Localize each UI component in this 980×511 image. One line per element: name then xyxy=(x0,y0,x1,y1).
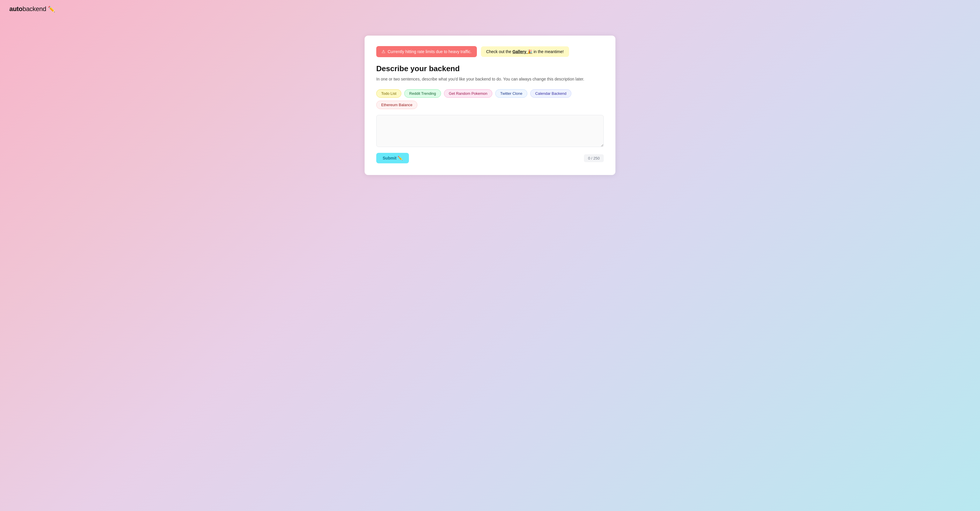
banner-row: ⚠ Currently hitting rate limits due to h… xyxy=(376,46,604,57)
chip-reddit-trending[interactable]: Reddit Trending xyxy=(404,89,441,98)
main-container: ⚠ Currently hitting rate limits due to h… xyxy=(364,36,616,175)
chip-calendar-backend[interactable]: Calendar Backend xyxy=(530,89,571,98)
app-logo: autobackend✏️ xyxy=(10,5,55,13)
description-textarea[interactable] xyxy=(376,115,604,147)
chip-get-random-pokemon[interactable]: Get Random Pokemon xyxy=(444,89,492,98)
alert-icon: ⚠ xyxy=(382,49,385,54)
char-counter: 0 / 250 xyxy=(584,154,604,162)
page-description: In one or two sentences, describe what y… xyxy=(376,76,604,82)
gallery-banner: Check out the Gallery 🎉 in the meantime! xyxy=(481,46,569,57)
chip-ethereum-balance[interactable]: Ethereum Balance xyxy=(376,100,417,109)
logo-auto: auto xyxy=(10,5,22,13)
rate-limit-text: Currently hitting rate limits due to hea… xyxy=(388,49,472,54)
submit-label: Submit ✏️ xyxy=(383,156,402,161)
chip-twitter-clone[interactable]: Twitter Clone xyxy=(495,89,527,98)
logo-backend: backend xyxy=(22,5,46,13)
example-chips: Todo List Reddit Trending Get Random Pok… xyxy=(376,89,604,109)
gallery-link[interactable]: Gallery 🎉 xyxy=(512,49,532,54)
chip-todo-list[interactable]: Todo List xyxy=(376,89,401,98)
app-header: autobackend✏️ xyxy=(0,0,980,18)
bottom-row: Submit ✏️ 0 / 250 xyxy=(376,153,604,163)
rate-limit-banner: ⚠ Currently hitting rate limits due to h… xyxy=(376,46,477,57)
textarea-container xyxy=(376,115,604,148)
gallery-suffix: in the meantime! xyxy=(532,49,563,54)
gallery-prefix: Check out the xyxy=(486,49,512,54)
logo-icon: ✏️ xyxy=(48,6,55,12)
submit-button[interactable]: Submit ✏️ xyxy=(376,153,409,163)
main-card: ⚠ Currently hitting rate limits due to h… xyxy=(364,36,616,175)
page-title: Describe your backend xyxy=(376,64,604,73)
